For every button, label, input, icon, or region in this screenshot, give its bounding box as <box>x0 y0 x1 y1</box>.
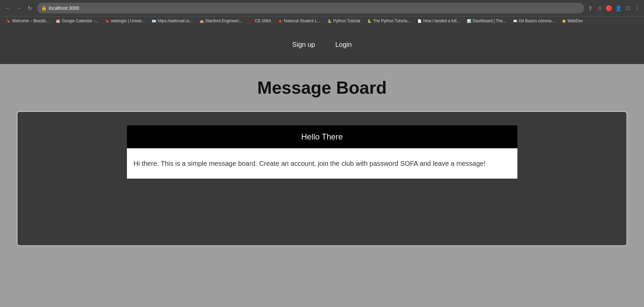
page-content: Sign up Login Message Board Hello There … <box>0 25 644 307</box>
bookmark-favicon-python-tutorial: 🐍 <box>367 19 372 23</box>
window-icon[interactable]: □ <box>624 5 631 11</box>
bookmark-webdev[interactable]: ⭐ WebDev <box>559 18 586 24</box>
message-text: Hi there. This is a simple message board… <box>134 158 511 168</box>
browser-toolbar: ← → ↻ 🔒 ⇧ ☆ 🔴 👤 □ ⋮ <box>0 0 644 16</box>
bookmark-label-national: National Student L... <box>284 19 320 23</box>
navbar-links: Sign up Login <box>292 41 352 49</box>
login-link[interactable]: Login <box>335 41 352 49</box>
bookmark-label-webmail: https://webmail.ut... <box>158 19 192 23</box>
menu-icon[interactable]: ⋮ <box>634 5 641 11</box>
bookmark-python-tutorial[interactable]: 🐍 The Python Tutoria... <box>364 18 413 24</box>
bookmark-python[interactable]: 🐍 Python Tutorial <box>325 18 363 24</box>
bookmark-favicon-git: 📖 <box>513 19 517 23</box>
bookmark-label-python-tutorial: The Python Tutoria... <box>373 19 410 23</box>
back-button[interactable]: ← <box>3 3 13 13</box>
page-title: Message Board <box>17 78 627 98</box>
bookmark-calendar[interactable]: 📅 Google Calendar -... <box>53 18 101 24</box>
bookmark-favicon-dashboard: 📊 <box>467 19 471 23</box>
bookmark-national[interactable]: 🍁 National Student L... <box>275 18 323 24</box>
bookmark-label-how-i-landed: How I landed a full... <box>423 19 460 23</box>
address-bar-container: 🔒 <box>37 3 584 13</box>
bookmark-label-cs106a: CS 106A <box>255 19 271 23</box>
message-body: Hi there. This is a simple message board… <box>127 148 517 179</box>
message-card: Hello There <box>127 125 517 148</box>
share-icon[interactable]: ⇧ <box>587 5 594 11</box>
signup-link[interactable]: Sign up <box>292 41 315 49</box>
bookmarks-bar: 🔖 Welcome – Blackb... 📅 Google Calendar … <box>0 16 644 25</box>
bookmark-dashboard[interactable]: 📊 Dashboard | The... <box>464 18 509 24</box>
bookmark-label-dashboard: Dashboard | The... <box>473 19 506 23</box>
bookmark-favicon-cs106a: CS <box>249 19 253 23</box>
browser-actions: ⇧ ☆ 🔴 👤 □ ⋮ <box>587 5 641 11</box>
bookmark-favicon-national: 🍁 <box>278 19 282 23</box>
bookmark-icon[interactable]: ☆ <box>596 5 603 11</box>
bookmark-favicon-welcome: 🔖 <box>6 19 11 23</box>
bookmark-label-welcome: Welcome – Blackb... <box>12 19 49 23</box>
bookmark-webmail[interactable]: 📧 https://webmail.ut... <box>149 18 195 24</box>
bookmark-favicon-calendar: 📅 <box>56 19 60 23</box>
bookmark-favicon-stanford: 🏫 <box>199 19 204 23</box>
bookmark-favicon-webmail: 📧 <box>151 19 156 23</box>
bookmark-label-python: Python Tutorial <box>333 19 360 23</box>
browser-chrome: ← → ↻ 🔒 ⇧ ☆ 🔴 👤 □ ⋮ 🔖 Welcome – Blackb..… <box>0 0 644 25</box>
bookmark-how-i-landed[interactable]: 📄 How I landed a full... <box>414 18 463 24</box>
reload-button[interactable]: ↻ <box>25 3 34 13</box>
bookmark-welcome[interactable]: 🔖 Welcome – Blackb... <box>3 18 52 24</box>
bookmark-weblogin[interactable]: 🔖 weblogin | Univer... <box>102 18 147 24</box>
bookmark-favicon-python: 🐍 <box>327 19 332 23</box>
main-content: Message Board Hello There Hi there. This… <box>0 64 644 259</box>
bookmark-label-calendar: Google Calendar -... <box>62 19 98 23</box>
extensions-icon[interactable]: 🔴 <box>606 5 612 11</box>
bookmark-label-webdev: WebDev <box>568 19 583 23</box>
bookmark-label-stanford: Stanford Engineeri... <box>205 19 242 23</box>
bookmark-favicon-webdev: ⭐ <box>562 19 566 23</box>
bookmark-label-git: Git Basics comma... <box>519 19 555 23</box>
message-board-container: Hello There Hi there. This is a simple m… <box>17 111 627 246</box>
bookmark-cs106a[interactable]: CS CS 106A <box>246 18 274 24</box>
forward-button[interactable]: → <box>14 3 24 13</box>
browser-nav-buttons: ← → ↻ <box>3 3 34 13</box>
message-username: Hello There <box>301 132 343 141</box>
lock-icon: 🔒 <box>41 5 47 11</box>
profile-icon[interactable]: 👤 <box>615 5 622 11</box>
navbar: Sign up Login <box>0 25 644 64</box>
bookmark-label-weblogin: weblogin | Univer... <box>111 19 145 23</box>
bookmark-stanford[interactable]: 🏫 Stanford Engineeri... <box>197 18 245 24</box>
bookmark-favicon-how-i-landed: 📄 <box>417 19 422 23</box>
address-bar[interactable] <box>49 5 580 11</box>
bookmark-favicon-weblogin: 🔖 <box>105 19 109 23</box>
bookmark-git[interactable]: 📖 Git Basics comma... <box>510 18 557 24</box>
